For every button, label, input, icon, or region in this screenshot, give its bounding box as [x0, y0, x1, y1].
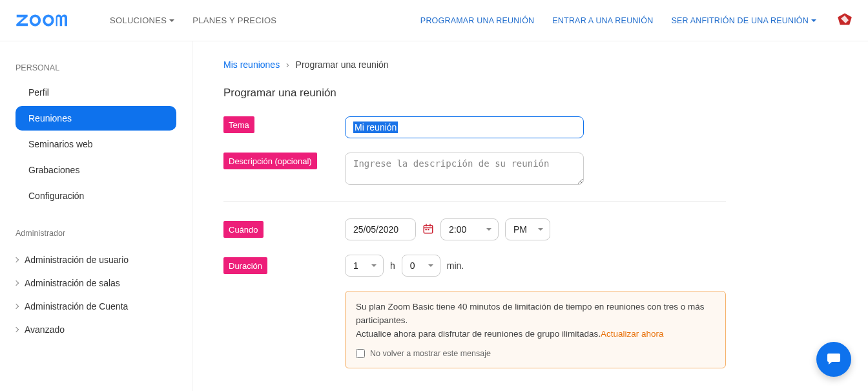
sidebar-item-label: Seminarios web	[28, 139, 93, 149]
nav-right: PROGRAMAR UNA REUNIÓN ENTRAR A UNA REUNI…	[411, 11, 852, 30]
chevron-right-icon	[14, 304, 19, 309]
dont-show-checkbox[interactable]	[356, 349, 365, 358]
sidebar-admin-room-mgmt[interactable]: Administración de salas	[9, 271, 183, 295]
nav-label: PROGRAMAR UNA REUNIÓN	[420, 16, 534, 25]
chevron-right-icon	[14, 280, 19, 286]
brand-badge-icon	[825, 12, 852, 28]
sidebar-admin-account-mgmt[interactable]: Administración de Cuenta	[9, 295, 183, 318]
hours-unit: h	[390, 260, 395, 271]
chevron-right-icon: ›	[282, 59, 293, 70]
meridiem-select[interactable]: PM	[505, 218, 550, 240]
svg-point-3	[45, 17, 52, 23]
svg-rect-8	[429, 224, 431, 226]
chevron-right-icon	[14, 327, 19, 332]
notice-line2: Actualice ahora para disfrutar de reunio…	[356, 329, 601, 339]
dont-show-label: No volver a mostrar este mensaje	[370, 348, 491, 360]
caret-down-icon	[486, 228, 491, 231]
sidebar-heading-admin: Administrador	[0, 224, 192, 246]
breadcrumb: Mis reuniones › Programar una reunión	[223, 59, 868, 70]
nav-label: SOLUCIONES	[110, 16, 167, 25]
caret-down-icon	[428, 264, 433, 267]
nav-solutions[interactable]: SOLUCIONES	[101, 10, 183, 30]
sidebar: PERSONAL Perfil Reuniones Seminarios web…	[0, 41, 192, 391]
sidebar-item-label: Administración de salas	[25, 278, 120, 288]
sidebar-item-label: Configuración	[28, 191, 84, 201]
header: SOLUCIONES PLANES Y PRECIOS PROGRAMAR UN…	[0, 0, 868, 41]
duration-hours-select[interactable]: 1	[345, 255, 384, 277]
caret-down-icon	[169, 19, 174, 22]
sidebar-item-label: Administración de Cuenta	[25, 301, 128, 312]
nav-label: ENTRAR A UNA REUNIÓN	[552, 16, 653, 25]
time-select[interactable]: 2:00	[440, 218, 499, 240]
nav-label: SER ANFITRIÓN DE UNA REUNIÓN	[671, 16, 809, 25]
caret-down-icon	[371, 264, 377, 267]
nav-left: SOLUCIONES PLANES Y PRECIOS	[101, 10, 285, 30]
date-value: 25/05/2020	[353, 224, 398, 235]
notice-line1: Su plan Zoom Basic tiene 40 minutos de l…	[356, 301, 715, 328]
time-value: 2:00	[449, 224, 466, 235]
label-topic: Tema	[223, 116, 254, 133]
zoom-logo[interactable]	[16, 12, 80, 29]
nav-join-meeting[interactable]: ENTRAR A UNA REUNIÓN	[543, 11, 662, 30]
sidebar-item-profile[interactable]: Perfil	[16, 80, 176, 105]
svg-rect-9	[426, 229, 427, 230]
caret-down-icon	[538, 228, 543, 231]
chevron-right-icon	[14, 257, 19, 262]
minutes-unit: min.	[447, 260, 464, 271]
page-title: Programar una reunión	[223, 87, 868, 100]
plan-limit-notice: Su plan Zoom Basic tiene 40 minutos de l…	[345, 291, 726, 368]
topic-input-value: Mi reunión	[353, 122, 398, 133]
meridiem-value: PM	[513, 224, 527, 235]
date-select[interactable]: 25/05/2020	[345, 218, 416, 240]
sidebar-item-recordings[interactable]: Grabaciones	[16, 158, 176, 182]
nav-host-meeting[interactable]: SER ANFITRIÓN DE UNA REUNIÓN	[662, 11, 825, 30]
upgrade-now-link[interactable]: Actualizar ahora	[601, 329, 664, 339]
chat-icon	[826, 351, 842, 368]
breadcrumb-current: Programar una reunión	[296, 59, 389, 70]
sidebar-item-label: Reuniones	[28, 113, 72, 123]
nav-plans-pricing[interactable]: PLANES Y PRECIOS	[183, 10, 285, 30]
nav-schedule-meeting[interactable]: PROGRAMAR UNA REUNIÓN	[411, 11, 543, 30]
sidebar-item-label: Avanzado	[25, 324, 65, 335]
caret-down-icon	[811, 19, 816, 22]
main-content: Mis reuniones › Programar una reunión Pr…	[192, 41, 868, 391]
calendar-icon[interactable]	[422, 223, 434, 237]
topic-input[interactable]: Mi reunión	[345, 116, 584, 138]
sidebar-item-label: Administración de usuario	[25, 255, 129, 265]
sidebar-item-meetings[interactable]: Reuniones	[16, 106, 176, 131]
sidebar-item-settings[interactable]: Configuración	[16, 184, 176, 208]
sidebar-item-label: Grabaciones	[28, 165, 79, 175]
divider	[223, 201, 726, 202]
label-when: Cuándo	[223, 221, 264, 238]
sidebar-heading-personal: PERSONAL	[0, 58, 192, 80]
label-description: Descripción (opcional)	[223, 153, 317, 169]
chat-fab[interactable]	[816, 342, 851, 377]
label-duration: Duración	[223, 257, 267, 274]
breadcrumb-root[interactable]: Mis reuniones	[223, 59, 280, 70]
duration-minutes-select[interactable]: 0	[402, 255, 440, 277]
svg-point-1	[32, 17, 39, 23]
sidebar-admin-user-mgmt[interactable]: Administración de usuario	[9, 248, 183, 271]
nav-label: PLANES Y PRECIOS	[192, 16, 276, 25]
sidebar-item-webinars[interactable]: Seminarios web	[16, 132, 176, 156]
svg-rect-10	[428, 229, 429, 230]
sidebar-item-label: Perfil	[28, 87, 49, 98]
svg-rect-7	[426, 224, 427, 226]
description-input[interactable]	[345, 153, 584, 185]
duration-minutes-value: 0	[410, 260, 415, 271]
sidebar-admin-advanced[interactable]: Avanzado	[9, 318, 183, 341]
dont-show-row[interactable]: No volver a mostrar este mensaje	[356, 348, 715, 360]
duration-hours-value: 1	[353, 260, 358, 271]
